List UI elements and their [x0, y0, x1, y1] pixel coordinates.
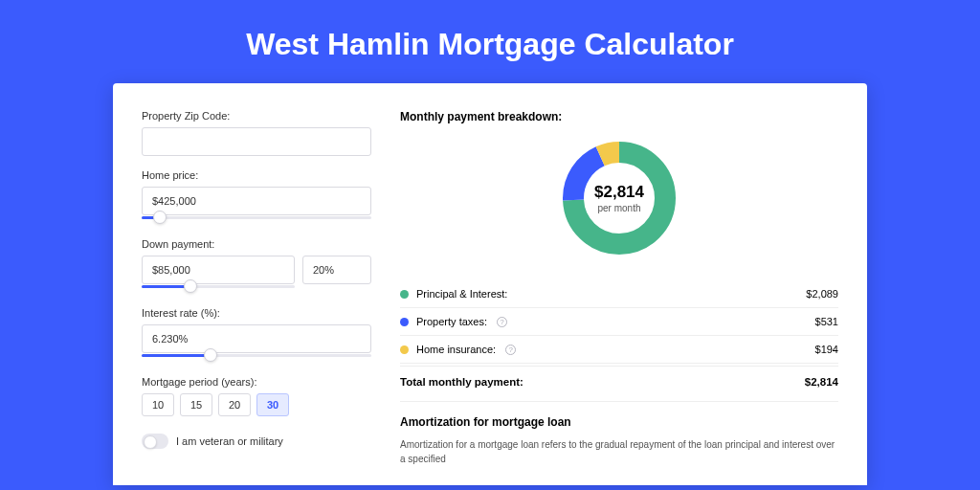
- total-label: Total monthly payment:: [400, 376, 523, 388]
- down-payment-slider[interactable]: [142, 282, 295, 294]
- down-payment-amount-input[interactable]: [142, 256, 295, 284]
- info-icon[interactable]: ?: [505, 345, 516, 355]
- zip-input[interactable]: [142, 127, 371, 156]
- home-price-input[interactable]: [142, 187, 371, 215]
- veteran-row: I am veteran or military: [142, 434, 371, 449]
- breakdown-title: Monthly payment breakdown:: [400, 110, 838, 123]
- period-options: 10 15 20 30: [142, 393, 371, 416]
- donut-chart: $2,814 per month: [558, 137, 680, 259]
- interest-label: Interest rate (%):: [142, 307, 371, 319]
- amortization-text: Amortization for a mortgage loan refers …: [400, 438, 838, 466]
- period-btn-30[interactable]: 30: [256, 393, 289, 416]
- slider-track: [142, 216, 371, 219]
- amortization-section: Amortization for mortgage loan Amortizat…: [400, 401, 838, 466]
- breakdown-value-principal: $2,089: [806, 288, 838, 300]
- dot-insurance: [400, 345, 409, 354]
- period-btn-10[interactable]: 10: [142, 393, 174, 416]
- period-group: Mortgage period (years): 10 15 20 30: [142, 376, 371, 416]
- slider-thumb[interactable]: [204, 348, 217, 362]
- info-icon[interactable]: ?: [497, 317, 507, 327]
- zip-field-group: Property Zip Code:: [142, 110, 371, 156]
- total-value: $2,814: [805, 376, 838, 388]
- dot-taxes: [400, 318, 409, 326]
- interest-group: Interest rate (%):: [142, 307, 371, 363]
- veteran-label: I am veteran or military: [176, 435, 283, 447]
- donut-center-value: $2,814: [594, 183, 644, 202]
- down-payment-percent-input[interactable]: [302, 256, 371, 284]
- home-price-group: Home price:: [142, 169, 371, 225]
- dot-principal: [400, 290, 409, 299]
- period-btn-15[interactable]: 15: [180, 393, 212, 416]
- breakdown-label-insurance: Home insurance:: [416, 344, 496, 355]
- breakdown-row-principal: Principal & Interest: $2,089: [400, 280, 838, 308]
- donut-center-label: per month: [597, 203, 640, 213]
- veteran-toggle[interactable]: [142, 434, 168, 449]
- interest-input[interactable]: [142, 324, 371, 353]
- breakdown-value-taxes: $531: [815, 316, 838, 327]
- page-title: West Hamlin Mortgage Calculator: [0, 0, 980, 83]
- period-btn-20[interactable]: 20: [218, 393, 251, 416]
- donut-chart-wrap: $2,814 per month: [400, 137, 838, 259]
- calculator-card: Property Zip Code: Home price: Down paym…: [113, 83, 867, 485]
- zip-label: Property Zip Code:: [142, 110, 371, 122]
- slider-fill: [142, 354, 211, 357]
- home-price-slider[interactable]: [142, 213, 371, 225]
- breakdown-label-taxes: Property taxes:: [416, 316, 487, 327]
- breakdown-label-principal: Principal & Interest:: [416, 288, 507, 300]
- slider-thumb[interactable]: [184, 279, 197, 293]
- down-payment-group: Down payment:: [142, 238, 371, 294]
- breakdown-row-insurance: Home insurance: ? $194: [400, 336, 838, 364]
- period-label: Mortgage period (years):: [142, 376, 371, 388]
- home-price-label: Home price:: [142, 169, 371, 181]
- breakdown-row-taxes: Property taxes: ? $531: [400, 308, 838, 336]
- down-payment-label: Down payment:: [142, 238, 371, 250]
- interest-slider[interactable]: [142, 351, 371, 363]
- amortization-title: Amortization for mortgage loan: [400, 415, 838, 429]
- breakdown-value-insurance: $194: [815, 344, 838, 355]
- total-row: Total monthly payment: $2,814: [400, 366, 838, 401]
- slider-thumb[interactable]: [153, 211, 167, 224]
- inputs-panel: Property Zip Code: Home price: Down paym…: [142, 110, 371, 485]
- breakdown-panel: Monthly payment breakdown: $2,814 per mo…: [400, 110, 838, 485]
